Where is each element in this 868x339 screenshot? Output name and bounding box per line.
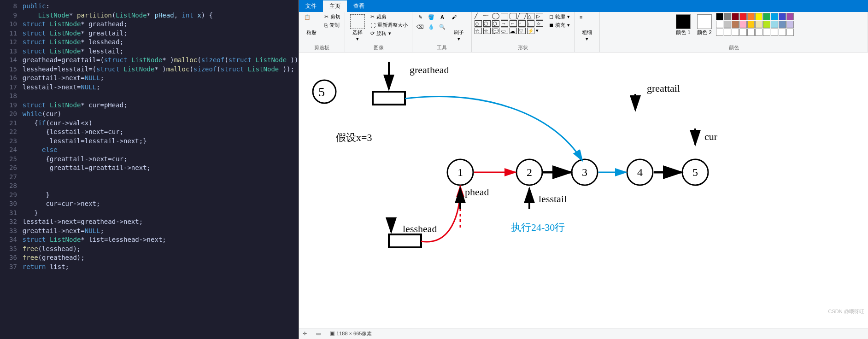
svg-text:2: 2 [527, 166, 532, 178]
color-swatch[interactable] [724, 21, 731, 28]
paint-app: 文件 主页 查看 📋 粘贴 ✂剪切 ⎘复制 剪贴板 选择▾ [299, 0, 868, 339]
svg-rect-1 [373, 92, 405, 105]
resize-icon: ⛶ [370, 23, 375, 28]
pencil-icon[interactable]: ✎ [415, 13, 425, 22]
copy-button[interactable]: ⎘复制 [323, 21, 342, 29]
status-bar: ✛ ▭ ▣ 1188 × 665像素 [299, 328, 868, 339]
color-swatch[interactable] [732, 21, 739, 28]
group-clipboard: 📋 粘贴 ✂剪切 ⎘复制 剪贴板 [299, 12, 345, 52]
tab-home[interactable]: 主页 [323, 0, 347, 12]
color-swatch[interactable] [747, 13, 755, 20]
svg-text:1: 1 [457, 166, 463, 178]
code-editor[interactable]: 8910111213141516171819202122232425262728… [0, 0, 299, 339]
line-gutter: 8910111213141516171819202122232425262728… [0, 0, 23, 339]
color-swatch[interactable] [747, 29, 755, 36]
color-swatch[interactable] [732, 13, 739, 20]
cursor-pos-icon: ✛ [303, 331, 307, 337]
color-swatch[interactable] [763, 21, 770, 28]
greattail-label: greattail [647, 82, 680, 94]
svg-rect-3 [389, 234, 421, 247]
exec-label: 执行24-30行 [511, 221, 565, 234]
assume-label: 假设x=3 [336, 131, 372, 145]
color1-swatch [676, 14, 691, 29]
color-swatch[interactable] [724, 29, 731, 36]
color-swatch[interactable] [739, 13, 747, 20]
ribbon: 📋 粘贴 ✂剪切 ⎘复制 剪贴板 选择▾ ✂裁剪 ⛶重新调整大小 [299, 12, 868, 53]
tab-file[interactable]: 文件 [299, 0, 323, 12]
eraser-icon[interactable]: ⌫ [415, 23, 425, 31]
svg-text:4: 4 [637, 166, 643, 178]
select-icon [350, 14, 365, 29]
color-swatch[interactable] [779, 13, 786, 20]
group-image: 选择▾ ✂裁剪 ⛶重新调整大小 ⟳旋转▾ 图像 [345, 12, 412, 52]
color-swatch[interactable] [763, 29, 770, 36]
color2-swatch [697, 14, 712, 29]
picker-icon[interactable]: 💧 [426, 23, 436, 31]
resize-button[interactable]: ⛶重新调整大小 [369, 21, 409, 29]
copy-icon: ⎘ [324, 23, 328, 28]
paint-tabs: 文件 主页 查看 [299, 0, 868, 12]
crop-button[interactable]: ✂裁剪 [369, 13, 409, 21]
color-swatch[interactable] [771, 13, 778, 20]
color-swatch[interactable] [732, 29, 739, 36]
rotate-button[interactable]: ⟳旋转▾ [369, 29, 409, 37]
drawing: 12345 [299, 53, 868, 328]
group-colors: 颜色 1 颜色 2 颜色 [600, 12, 868, 52]
color-swatch[interactable] [716, 21, 723, 28]
paste-button[interactable]: 📋 粘贴 [302, 13, 321, 37]
outline-icon: ◻ [549, 14, 553, 20]
text-icon[interactable]: A [437, 13, 447, 22]
lesstail-label: lesstail [539, 193, 567, 205]
color-swatch[interactable] [739, 21, 747, 28]
color2-button[interactable]: 颜色 2 [695, 13, 714, 37]
bucket-icon[interactable]: 🪣 [426, 13, 436, 22]
color-swatch[interactable] [786, 21, 794, 28]
color-swatch[interactable] [771, 21, 778, 28]
color-swatch[interactable] [763, 13, 770, 20]
watermark: CSDN @哦呀旺 [828, 308, 864, 315]
cur-label: cur [704, 131, 717, 143]
outline-button[interactable]: ◻轮廓▾ [548, 13, 571, 21]
color-swatch[interactable] [739, 29, 747, 36]
code-body[interactable]: public: ListNode* partition(ListNode* pH… [23, 0, 299, 339]
group-shapes: ╱〰△▷ ◇⬠⬡→←↑↓☆ ☆☆💬⬭☁♡⚡▾ ◻轮廓▾ ◼填充▾ 形状 [472, 12, 575, 52]
brush-button[interactable]: 🖌 刷子▾ [449, 13, 469, 43]
stroke-button[interactable]: ≡ 粗细▾ [577, 13, 597, 43]
shapes-gallery[interactable]: ╱〰△▷ ◇⬠⬡→←↑↓☆ ☆☆💬⬭☁♡⚡▾ [475, 13, 546, 34]
color-swatch[interactable] [755, 13, 762, 20]
brush-icon: 🖌 [452, 14, 466, 29]
color-swatch[interactable] [755, 21, 762, 28]
fill-icon: ◼ [549, 22, 553, 28]
color-swatch[interactable] [779, 29, 786, 36]
phead-label: phead [465, 186, 489, 198]
fill-button[interactable]: ◼填充▾ [548, 21, 571, 29]
crop-icon: ✂ [370, 14, 375, 20]
color-swatch[interactable] [779, 21, 786, 28]
color-swatch[interactable] [771, 29, 778, 36]
color1-button[interactable]: 颜色 1 [674, 13, 693, 37]
tab-view[interactable]: 查看 [347, 0, 371, 12]
color-swatch[interactable] [716, 29, 723, 36]
group-stroke: ≡ 粗细▾ [575, 12, 600, 52]
canvas[interactable]: 12345 5 greathead greattail cur 假设x=3 [299, 53, 868, 328]
rotate-icon: ⟳ [370, 30, 375, 36]
svg-text:3: 3 [582, 166, 587, 178]
color-swatch[interactable] [716, 13, 723, 20]
stroke-icon: ≡ [580, 14, 594, 29]
color-swatch[interactable] [786, 13, 794, 20]
cut-button[interactable]: ✂剪切 [323, 13, 342, 21]
color-swatch[interactable] [724, 13, 731, 20]
color-swatch[interactable] [755, 29, 762, 36]
svg-text:5: 5 [692, 166, 698, 178]
color-swatch[interactable] [747, 21, 755, 28]
zoom-icon[interactable]: 🔍 [437, 23, 447, 31]
group-tools: ✎ 🪣 A ⌫ 💧 🔍 🖌 刷子▾ 工具 [412, 12, 472, 52]
step-label: 5 [318, 85, 325, 99]
greathead-label: greathead [410, 64, 449, 76]
color-swatch[interactable] [786, 29, 794, 36]
color-palette [716, 13, 794, 36]
selection-icon: ▭ [316, 331, 321, 337]
select-button[interactable]: 选择▾ [348, 13, 367, 43]
scissors-icon: ✂ [324, 14, 328, 20]
clipboard-icon: 📋 [304, 14, 319, 29]
